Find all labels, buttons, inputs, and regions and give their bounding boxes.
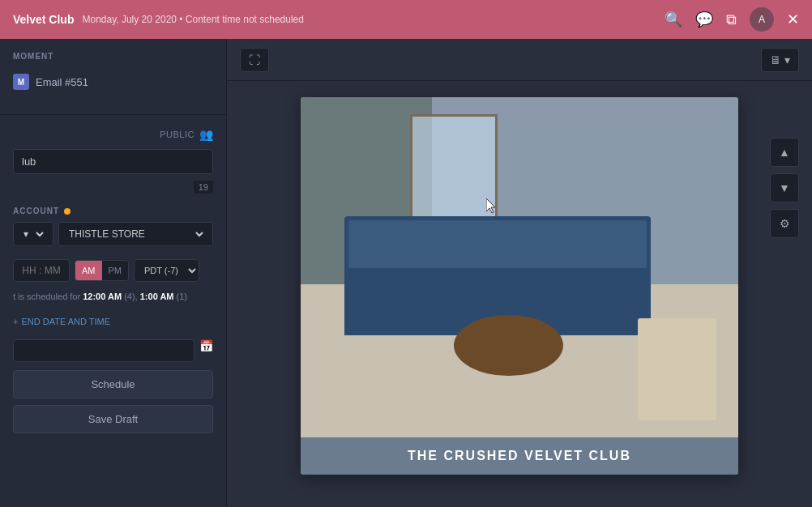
account-name-dropdown[interactable]: THISTLE STORE (66, 228, 206, 241)
schedule-button[interactable]: Schedule (13, 370, 213, 398)
chat-icon[interactable]: 💬 (695, 11, 713, 28)
calendar-icon[interactable]: 📅 (199, 339, 213, 362)
moment-section: MOMENT M Email #551 (0, 52, 226, 108)
topbar-meta: Monday, July 20 2020 • Content time not … (82, 14, 303, 25)
account-select-row: ▾ THISTLE STORE (0, 222, 226, 246)
date-input-row: 📅 (0, 339, 226, 362)
preview-toolbar: ⛶ 🖥 ▾ (227, 39, 812, 81)
char-count-badge: 19 (194, 181, 213, 194)
account-type-select[interactable]: ▾ (13, 222, 53, 246)
email-hero-image (301, 97, 738, 437)
people-icon: 👥 (199, 128, 213, 141)
preview-toolbar-right: 🖥 ▾ (761, 48, 799, 72)
end-date-input[interactable] (13, 339, 194, 362)
moment-label: MOMENT (13, 52, 213, 61)
account-row: ACCOUNT (0, 207, 226, 215)
account-name-select[interactable]: THISTLE STORE (58, 222, 213, 246)
up-arrow-icon: ▲ (779, 146, 790, 159)
settings-button[interactable]: ⚙ (770, 209, 799, 238)
divider-1 (0, 114, 226, 115)
content-text-input[interactable] (13, 149, 213, 174)
preview-content: THE CRUSHED VELVET CLUB ▲ ▼ ⚙ (227, 81, 812, 507)
moment-item: M Email #551 (13, 69, 213, 95)
chevron-down-icon: ▾ (784, 53, 790, 66)
copy-icon[interactable]: ⧉ (726, 11, 737, 28)
topbar-right: 🔍 💬 ⧉ A ✕ (665, 7, 799, 32)
public-row: PUBLIC 👥 (0, 128, 226, 141)
search-icon[interactable]: 🔍 (665, 11, 682, 28)
preview-toolbar-left: ⛶ (240, 48, 269, 72)
preview-area: ⛶ 🖥 ▾ (227, 39, 812, 507)
time-row: AM PM PDT (-7) (0, 259, 226, 282)
email-preview: THE CRUSHED VELVET CLUB (301, 97, 738, 475)
timezone-select[interactable]: PDT (-7) (134, 259, 199, 282)
gear-icon: ⚙ (780, 217, 790, 230)
end-date-label-text: END DATE AND TIME (21, 317, 110, 326)
schedule-count-1: (4), (124, 292, 138, 301)
ampm-group: AM PM (75, 260, 129, 281)
monitor-button[interactable]: 🖥 ▾ (761, 48, 799, 72)
account-type-dropdown[interactable]: ▾ (20, 228, 46, 241)
account-label: ACCOUNT (13, 207, 59, 215)
schedule-count-2: (1) (177, 292, 187, 301)
plus-icon: + (13, 317, 18, 326)
sidebar-actions: Schedule Save Draft (0, 370, 226, 433)
am-button[interactable]: AM (75, 261, 102, 280)
chair (638, 318, 716, 420)
pm-button[interactable]: PM (102, 261, 129, 280)
scroll-down-button[interactable]: ▼ (770, 173, 799, 202)
time-input[interactable] (13, 259, 70, 282)
end-date-toggle[interactable]: + END DATE AND TIME (0, 317, 226, 326)
schedule-time-1: 12:00 AM (83, 292, 122, 301)
down-arrow-icon: ▼ (779, 181, 790, 194)
scroll-up-button[interactable]: ▲ (770, 138, 799, 167)
room-scene (301, 97, 738, 437)
input-count-row: 19 (0, 181, 226, 194)
moment-email-label: Email #551 (36, 76, 88, 88)
preview-side-controls: ▲ ▼ ⚙ (770, 138, 799, 238)
moment-type-icon: M (13, 74, 29, 90)
avatar[interactable]: A (750, 7, 774, 32)
email-caption-text: THE CRUSHED VELVET CLUB (408, 449, 631, 462)
topbar: Velvet Club Monday, July 20 2020 • Conte… (0, 0, 812, 39)
coffee-table (454, 315, 563, 377)
public-label: PUBLIC (160, 130, 194, 139)
schedule-time-2: 1:00 AM (140, 292, 174, 301)
expand-button[interactable]: ⛶ (240, 48, 269, 72)
main-layout: MOMENT M Email #551 PUBLIC 👥 19 ACCOUNT … (0, 39, 812, 507)
sidebar: MOMENT M Email #551 PUBLIC 👥 19 ACCOUNT … (0, 39, 227, 507)
monitor-icon: 🖥 (770, 53, 781, 66)
schedule-note: t is scheduled for 12:00 AM (4), 1:00 AM… (0, 290, 226, 304)
expand-icon: ⛶ (249, 53, 260, 66)
save-draft-button[interactable]: Save Draft (13, 405, 213, 433)
topbar-left: Velvet Club Monday, July 20 2020 • Conte… (13, 13, 304, 26)
close-icon[interactable]: ✕ (787, 11, 799, 28)
email-caption: THE CRUSHED VELVET CLUB (301, 437, 738, 475)
app-brand: Velvet Club (13, 13, 74, 26)
account-status-dot (64, 208, 71, 215)
content-input-group (0, 149, 226, 174)
